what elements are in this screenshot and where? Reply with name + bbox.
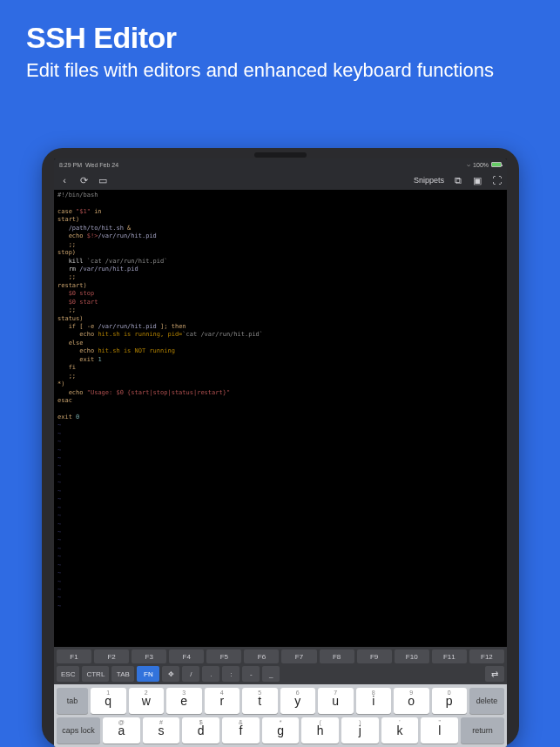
fn-key[interactable]: FN — [137, 666, 159, 682]
kb-u-key[interactable]: 7u — [318, 688, 354, 714]
hero-title: SSH Editor — [26, 21, 534, 55]
kb-f-key[interactable]: &f — [222, 717, 260, 744]
kb-p-key[interactable]: 0p — [432, 688, 468, 714]
code-editor[interactable]: #!/bin/bash case "$1" in start) /path/to… — [54, 190, 507, 647]
copy-icon[interactable]: ⧉ — [453, 175, 463, 185]
kb-q-key[interactable]: 1q — [91, 688, 126, 714]
tablet-frame: 8:29 PM Wed Feb 24 ⌵ 100% ‹ ⟳ ▭ Snippets… — [42, 148, 519, 747]
hero: SSH Editor Edit files with editors and e… — [0, 0, 560, 90]
underscore-key[interactable]: _ — [262, 666, 280, 682]
kb-y-key[interactable]: 6y — [280, 688, 316, 714]
kb-l-key[interactable]: "l — [421, 717, 458, 744]
kb-s-key[interactable]: #s — [143, 717, 180, 744]
f10-key[interactable]: F10 — [395, 649, 429, 663]
dot-key[interactable]: . — [202, 666, 219, 682]
swap-keyboard-icon[interactable]: ⇄ — [485, 666, 504, 682]
soft-keyboard: tab 1q 2w 3e 4r 5t 6y 7u 8i 9o 0p delete… — [54, 684, 507, 747]
kb-return-key[interactable]: return — [461, 717, 504, 744]
kb-w-key[interactable]: 2w — [129, 688, 165, 714]
screen: 8:29 PM Wed Feb 24 ⌵ 100% ‹ ⟳ ▭ Snippets… — [54, 158, 507, 747]
status-time: 8:29 PM — [59, 162, 82, 168]
kb-d-key[interactable]: $d — [182, 717, 219, 744]
f9-key[interactable]: F9 — [357, 649, 392, 663]
status-bar: 8:29 PM Wed Feb 24 ⌵ 100% — [54, 158, 507, 171]
reload-icon[interactable]: ⟳ — [78, 175, 89, 185]
slash-key[interactable]: / — [182, 666, 199, 682]
kb-i-key[interactable]: 8i — [356, 688, 392, 714]
kb-capslock-key[interactable]: caps lock — [57, 717, 100, 744]
kb-e-key[interactable]: 3e — [166, 688, 202, 714]
kb-delete-key[interactable]: delete — [469, 688, 504, 714]
status-date: Wed Feb 24 — [85, 162, 118, 168]
f3-key[interactable]: F3 — [132, 649, 166, 663]
battery-percent: 100% — [473, 162, 489, 168]
f5-key[interactable]: F5 — [206, 649, 241, 663]
f8-key[interactable]: F8 — [320, 649, 354, 663]
kb-h-key[interactable]: (h — [301, 717, 339, 744]
esc-key[interactable]: ESC — [57, 666, 79, 682]
snippets-button[interactable]: Snippets — [414, 176, 444, 185]
battery-icon — [491, 162, 502, 167]
ctrl-key[interactable]: CTRL — [82, 666, 109, 682]
back-icon[interactable]: ‹ — [59, 175, 70, 185]
kb-t-key[interactable]: 5t — [242, 688, 278, 714]
ctrl-key-row: ESC CTRL TAB FN ✥ / . : - _ ⇄ — [54, 666, 507, 684]
fullscreen-icon[interactable]: ⛶ — [491, 175, 502, 185]
kb-k-key[interactable]: 'k — [381, 717, 419, 744]
dash-key[interactable]: - — [242, 666, 260, 682]
kb-a-key[interactable]: @a — [103, 717, 140, 744]
paste-icon[interactable]: ▣ — [472, 175, 482, 185]
tab-key[interactable]: TAB — [111, 666, 134, 682]
kb-j-key[interactable]: )j — [341, 717, 379, 744]
f11-key[interactable]: F11 — [432, 649, 467, 663]
f7-key[interactable]: F7 — [281, 649, 316, 663]
kb-r-key[interactable]: 4r — [205, 688, 240, 714]
editor-toolbar: ‹ ⟳ ▭ Snippets ⧉ ▣ ⛶ — [54, 171, 507, 190]
kb-o-key[interactable]: 9o — [394, 688, 429, 714]
f6-key[interactable]: F6 — [244, 649, 279, 663]
fn-key-row: F1 F2 F3 F4 F5 F6 F7 F8 F9 F10 F11 F12 — [54, 647, 507, 666]
kb-tab-key[interactable]: tab — [57, 688, 88, 714]
arrows-key[interactable]: ✥ — [162, 666, 179, 682]
f4-key[interactable]: F4 — [169, 649, 204, 663]
hero-subtitle: Edit files with editors and enhanced key… — [26, 58, 534, 83]
terminal-icon[interactable]: ▭ — [98, 175, 108, 185]
wifi-icon: ⌵ — [467, 161, 470, 168]
f1-key[interactable]: F1 — [57, 649, 91, 663]
kb-g-key[interactable]: *g — [262, 717, 300, 744]
colon-key[interactable]: : — [222, 666, 240, 682]
f12-key[interactable]: F12 — [469, 649, 504, 663]
f2-key[interactable]: F2 — [94, 649, 129, 663]
